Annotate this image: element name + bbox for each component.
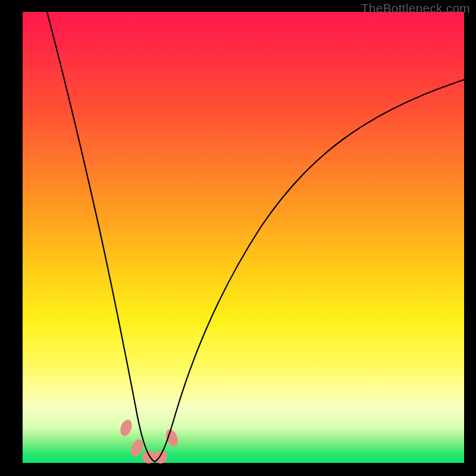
- marker-blob: [118, 418, 134, 437]
- plot-area: [23, 12, 464, 463]
- curve-right-branch: [155, 80, 464, 462]
- watermark-text: TheBottleneck.com: [361, 1, 470, 15]
- curve-left-branch: [46, 10, 155, 462]
- marker-blob: [164, 428, 180, 449]
- curve-svg: [23, 12, 464, 463]
- chart-frame: TheBottleneck.com: [0, 0, 476, 476]
